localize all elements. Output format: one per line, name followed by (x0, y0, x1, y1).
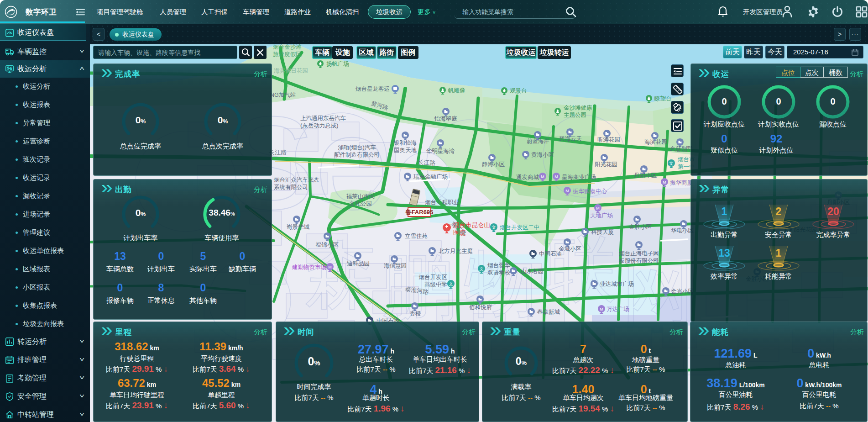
svg-text:银和怡海: 银和怡海 (393, 140, 417, 146)
svg-text:立雪佳苑: 立雪佳苑 (405, 233, 428, 239)
svg-text:烟台爱华: 烟台爱华 (487, 262, 511, 269)
svg-text:板股份有限公司: 板股份有限公司 (618, 258, 659, 264)
svg-text:怡海翠庭: 怡海翠庭 (434, 116, 457, 122)
svg-text:山水名园: 山水名园 (521, 268, 544, 274)
svg-text:烟台开发区二中: 烟台开发区二中 (500, 224, 540, 231)
svg-text:瑞东金融广场: 瑞东金融广场 (413, 174, 448, 180)
svg-text:星海商业广场: 星海商业广场 (562, 174, 596, 180)
svg-text:福莱山市民: 福莱山市民 (346, 193, 375, 200)
svg-text:文化公园: 文化公园 (349, 200, 372, 207)
svg-text:鲁FAR695: 鲁FAR695 (405, 209, 434, 216)
svg-text:高级中学: 高级中学 (424, 281, 447, 288)
svg-text:华明星海湾: 华明星海湾 (426, 148, 455, 154)
svg-text:香橙: 香橙 (410, 311, 422, 317)
svg-text:海滨花园: 海滨花园 (644, 139, 667, 145)
svg-text:旅游度假区: 旅游度假区 (273, 51, 302, 58)
svg-text:听涛花园: 听涛花园 (597, 137, 620, 143)
svg-text:海滨假日花园: 海滨假日花园 (274, 68, 308, 74)
svg-text:观景台: 观景台 (510, 88, 527, 94)
svg-text:长江路: 长江路 (418, 158, 436, 167)
svg-text:北方月光主庭: 北方月光主庭 (439, 248, 473, 254)
svg-text:浦项(烟台)汽车: 浦项(烟台)汽车 (338, 144, 376, 151)
svg-text:振华商厦: 振华商厦 (670, 179, 693, 186)
svg-text:海信慧园: 海信慧园 (384, 263, 407, 269)
svg-text:配件制造有限公司: 配件制造有限公司 (334, 152, 380, 158)
svg-text:阳光花园: 阳光花园 (595, 161, 617, 168)
svg-text:天地广场: 天地广场 (590, 212, 613, 219)
svg-text:双语学校: 双语学校 (487, 269, 511, 276)
svg-text:上汽通用东岳汽车: 上汽通用东岳汽车 (300, 115, 346, 121)
svg-text:NG加气站: NG加气站 (270, 92, 296, 98)
svg-text:嵛景华城: 嵛景华城 (287, 224, 310, 230)
svg-text:国奥天地: 国奥天地 (394, 147, 417, 153)
svg-text:扬帆广场: 扬帆广场 (326, 61, 349, 67)
svg-text:帆雕像: 帆雕像 (448, 87, 465, 94)
svg-text:烟台星龙客运: 烟台星龙客运 (356, 86, 390, 92)
svg-text:烟台金沙滩: 烟台金沙滩 (273, 44, 302, 50)
svg-text:业达城市广场: 业达城市广场 (600, 281, 634, 287)
svg-text:烟台正海电子网: 烟台正海电子网 (619, 250, 659, 257)
svg-text:系统有限公司: 系统有限公司 (274, 184, 308, 190)
svg-text:黄海小区: 黄海小区 (531, 152, 554, 158)
svg-text:振华购物中心: 振华购物中心 (573, 188, 607, 195)
svg-text:佰和悦府: 佰和悦府 (469, 304, 492, 311)
svg-text:烟台汇众汽车底盘: 烟台汇众汽车底盘 (274, 177, 319, 183)
svg-text:烟台工程职业: 烟台工程职业 (425, 199, 460, 206)
svg-text:通发商城: 通发商城 (516, 174, 539, 180)
svg-text:金胜小区: 金胜小区 (629, 224, 652, 230)
svg-text:丹阳小区: 丹阳小区 (634, 172, 657, 179)
svg-text:瞭望台: 瞭望台 (654, 95, 672, 102)
svg-text:建勤物资市场: 建勤物资市场 (292, 264, 326, 270)
svg-text:金城小区: 金城小区 (559, 246, 582, 252)
svg-text:迪科品园: 迪科品园 (347, 260, 370, 267)
svg-text:(东岳动力总成): (东岳动力总成) (300, 122, 338, 129)
svg-text:万达广场: 万达广场 (607, 306, 629, 312)
svg-text:烟台开发区: 烟台开发区 (419, 274, 448, 280)
svg-text:主题公园: 主题公园 (564, 112, 586, 118)
svg-text:蔚蓝海岸: 蔚蓝海岸 (527, 138, 549, 144)
svg-text:福锦小区: 福锦小区 (315, 242, 339, 248)
svg-text:静海小区: 静海小区 (482, 161, 505, 168)
svg-text:科技大厦: 科技大厦 (591, 229, 614, 235)
svg-text:碧海云天: 碧海云天 (559, 136, 582, 142)
svg-text:春章新城: 春章新城 (537, 309, 560, 315)
svg-text:中国石油: 中国石油 (539, 251, 562, 257)
svg-text:金沙滩健康: 金沙滩健康 (564, 105, 592, 111)
